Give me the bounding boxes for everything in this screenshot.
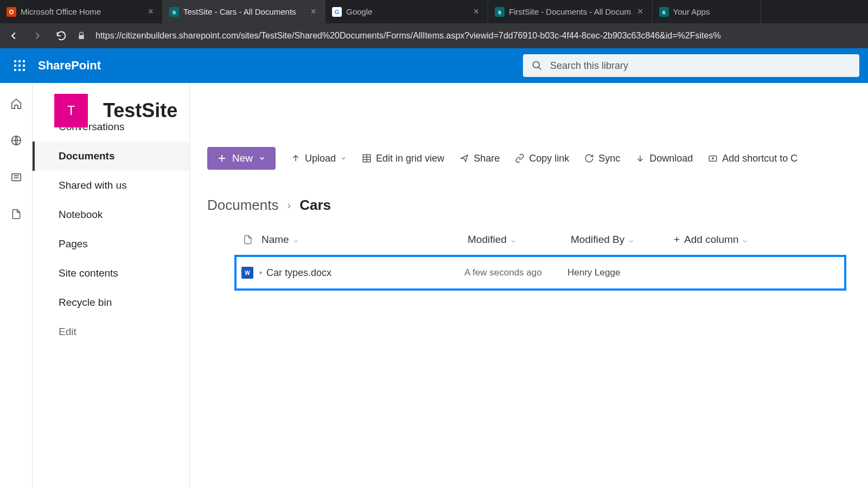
nav-item-site-contents[interactable]: Site contents xyxy=(33,259,189,288)
shortcut-icon xyxy=(708,153,718,163)
site-header: T TestSite xyxy=(33,83,412,143)
modified-by-column-header[interactable]: Modified By ⌵ xyxy=(571,234,674,246)
new-label: New xyxy=(232,152,253,164)
browser-toolbar: https://citizenbuilders.sharepoint.com/s… xyxy=(0,23,868,48)
site-logo[interactable]: T xyxy=(54,94,88,127)
chevron-right-icon: › xyxy=(288,199,291,211)
copy-link-label: Copy link xyxy=(529,153,569,164)
file-name-text[interactable]: Car types.docx xyxy=(266,267,331,279)
reload-button[interactable] xyxy=(52,27,71,45)
nav-item-documents[interactable]: Documents xyxy=(33,142,189,171)
address-bar[interactable]: https://citizenbuilders.sharepoint.com/s… xyxy=(92,31,721,41)
edit-grid-button[interactable]: Edit in grid view xyxy=(362,153,444,164)
close-icon[interactable]: × xyxy=(308,6,318,17)
command-bar: New Upload Edit in grid view Share Copy … xyxy=(190,139,868,181)
svg-rect-7 xyxy=(18,69,21,71)
favicon-office-icon: O xyxy=(7,7,16,17)
add-column-label: Add column xyxy=(684,234,738,246)
browser-tab[interactable]: s TestSite - Cars - All Documents × xyxy=(163,0,326,23)
favicon-sharepoint-icon: s xyxy=(169,7,179,17)
edit-grid-label: Edit in grid view xyxy=(376,153,444,164)
breadcrumb: Documents › Cars xyxy=(190,181,868,224)
modified-column-header[interactable]: Modified ⌵ xyxy=(468,234,571,246)
tab-title: Microsoft Office Home xyxy=(21,7,141,16)
add-shortcut-label: Add shortcut to C xyxy=(722,153,797,164)
product-name[interactable]: SharePoint xyxy=(38,59,101,73)
word-icon: W xyxy=(241,267,253,279)
nav-item-shared-with-us[interactable]: Shared with us xyxy=(33,171,189,200)
share-icon xyxy=(459,153,469,163)
news-icon[interactable] xyxy=(8,169,25,186)
search-input[interactable]: Search this library xyxy=(523,54,859,77)
search-icon xyxy=(532,60,542,71)
main-content: T TestSite New Upload Edit in grid view xyxy=(190,83,868,488)
download-icon xyxy=(635,153,645,163)
home-icon[interactable] xyxy=(8,95,25,112)
chevron-down-icon: ⌵ xyxy=(743,235,747,244)
tab-title: FirstSite - Documents - All Docum xyxy=(509,7,631,16)
nav-edit-link[interactable]: Edit xyxy=(33,317,189,346)
svg-rect-4 xyxy=(18,65,21,67)
file-icon xyxy=(243,234,253,246)
close-icon[interactable]: × xyxy=(145,6,156,17)
plus-icon xyxy=(217,153,227,163)
name-column-header[interactable]: Name ⌵ xyxy=(261,234,468,246)
site-nav-panel: Home Conversations Documents Shared with… xyxy=(33,83,190,488)
close-icon[interactable]: × xyxy=(471,6,481,17)
modified-label: Modified xyxy=(468,234,507,246)
sync-button[interactable]: Sync xyxy=(584,153,620,164)
files-icon[interactable] xyxy=(8,206,25,223)
copy-link-button[interactable]: Copy link xyxy=(515,153,569,164)
file-row-highlighted: W ✶ Car types.docx A few seconds ago Hen… xyxy=(234,255,846,291)
forward-button[interactable] xyxy=(28,27,47,45)
site-title[interactable]: TestSite xyxy=(103,99,177,122)
app-launcher-icon[interactable] xyxy=(9,55,30,76)
browser-tab-strip: O Microsoft Office Home × s TestSite - C… xyxy=(0,0,868,23)
browser-tab[interactable]: G Google × xyxy=(326,0,488,23)
globe-icon[interactable] xyxy=(8,132,25,149)
tab-title: Google xyxy=(346,7,467,16)
chevron-down-icon: ⌵ xyxy=(293,235,298,244)
nav-item-notebook[interactable]: Notebook xyxy=(33,200,189,229)
column-headers: Name ⌵ Modified ⌵ Modified By ⌵ + Add co… xyxy=(207,224,868,255)
plus-icon: + xyxy=(674,234,680,246)
svg-rect-0 xyxy=(14,60,16,62)
favicon-sharepoint-icon: s xyxy=(495,7,505,17)
modified-by-label: Modified By xyxy=(571,234,624,246)
nav-item-pages[interactable]: Pages xyxy=(33,229,189,259)
add-shortcut-button[interactable]: Add shortcut to C xyxy=(708,153,797,164)
download-label: Download xyxy=(649,153,693,164)
type-icon-column[interactable] xyxy=(234,234,261,246)
svg-rect-3 xyxy=(14,65,16,67)
browser-tab[interactable]: s FirstSite - Documents - All Docum × xyxy=(488,0,653,23)
lock-icon[interactable] xyxy=(76,31,87,40)
browser-tab[interactable]: s Your Apps xyxy=(653,0,761,23)
suite-bar: SharePoint Search this library xyxy=(0,48,868,83)
chevron-down-icon xyxy=(340,155,347,162)
back-button[interactable] xyxy=(4,27,23,45)
svg-rect-1 xyxy=(18,60,21,62)
browser-tab[interactable]: O Microsoft Office Home × xyxy=(0,0,163,23)
download-button[interactable]: Download xyxy=(635,153,693,164)
file-modified-by[interactable]: Henry Legge xyxy=(567,267,671,278)
file-type-icon: W xyxy=(237,267,258,279)
sync-label: Sync xyxy=(598,153,620,164)
tab-title: Your Apps xyxy=(673,7,754,16)
file-row[interactable]: W ✶ Car types.docx A few seconds ago Hen… xyxy=(237,257,844,288)
svg-point-9 xyxy=(533,62,540,68)
close-icon[interactable]: × xyxy=(635,6,646,17)
document-list: Name ⌵ Modified ⌵ Modified By ⌵ + Add co… xyxy=(190,224,868,291)
new-button[interactable]: New xyxy=(207,147,276,170)
upload-button[interactable]: Upload xyxy=(291,153,347,164)
svg-rect-6 xyxy=(14,69,16,71)
breadcrumb-root[interactable]: Documents xyxy=(207,197,279,214)
link-icon xyxy=(515,153,525,163)
svg-line-10 xyxy=(539,67,541,70)
sync-icon xyxy=(584,153,594,163)
svg-rect-12 xyxy=(11,174,21,181)
global-nav-rail xyxy=(0,83,33,488)
add-column-button[interactable]: + Add column ⌵ xyxy=(674,234,782,246)
nav-item-recycle-bin[interactable]: Recycle bin xyxy=(33,288,189,317)
share-button[interactable]: Share xyxy=(459,153,500,164)
upload-label: Upload xyxy=(305,153,336,164)
